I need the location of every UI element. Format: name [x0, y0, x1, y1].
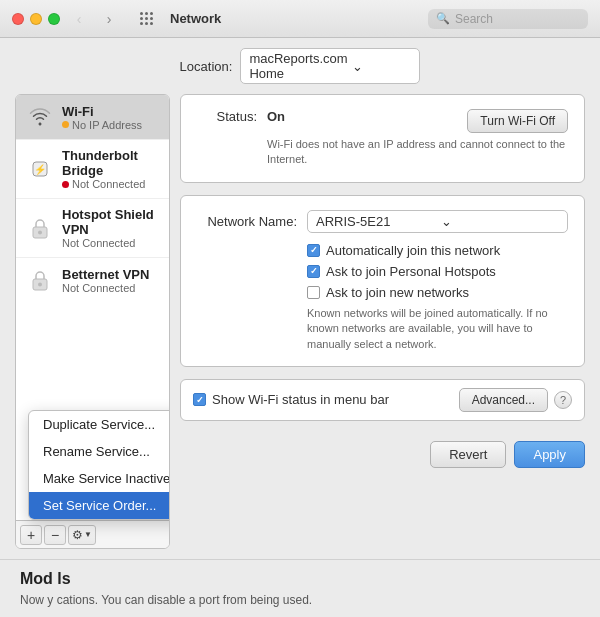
sidebar-item-wifi[interactable]: Wi-Fi No IP Address: [16, 95, 169, 140]
forward-button[interactable]: ›: [98, 8, 120, 30]
network-name-value: ARRIS-5E21: [316, 214, 437, 229]
turn-wifi-button[interactable]: Turn Wi-Fi Off: [467, 109, 568, 133]
location-value: macReports.com Home: [249, 51, 347, 81]
sidebar: Wi-Fi No IP Address ⚡: [15, 94, 170, 549]
apply-button[interactable]: Apply: [514, 441, 585, 468]
bottom-heading: Mod ls: [20, 570, 580, 588]
back-button[interactable]: ‹: [68, 8, 90, 30]
context-menu-item-order[interactable]: Set Service Order...: [29, 492, 170, 519]
wifi-menu-bar-row: Show Wi-Fi status in menu bar Advanced..…: [180, 379, 585, 421]
sidebar-item-hotspot-vpn[interactable]: Hotspot Shield VPN Not Connected: [16, 199, 169, 258]
gear-menu-button[interactable]: ⚙ ▼: [68, 525, 96, 545]
titlebar: ‹ › Network 🔍: [0, 0, 600, 38]
sidebar-item-betternet-vpn[interactable]: Betternet VPN Not Connected: [16, 258, 169, 302]
remove-service-button[interactable]: −: [44, 525, 66, 545]
checkbox-row-personal-hotspots: Ask to join Personal Hotspots: [307, 264, 568, 279]
network-name-row: Network Name: ARRIS-5E21 ⌄: [197, 210, 568, 233]
network-name-label: Network Name:: [197, 214, 297, 229]
maximize-button[interactable]: [48, 13, 60, 25]
context-menu-item-inactive[interactable]: Make Service Inactive: [29, 465, 170, 492]
chevron-down-icon: ⌄: [352, 59, 414, 74]
personal-hotspots-label: Ask to join Personal Hotspots: [326, 264, 496, 279]
context-menu-item-duplicate[interactable]: Duplicate Service...: [29, 411, 170, 438]
context-menu-item-rename[interactable]: Rename Service...: [29, 438, 170, 465]
svg-text:⚡: ⚡: [34, 163, 47, 176]
wifi-item-text: Wi-Fi No IP Address: [62, 104, 142, 131]
minimize-button[interactable]: [30, 13, 42, 25]
search-input[interactable]: [455, 12, 575, 26]
svg-point-5: [38, 283, 42, 287]
window-title: Network: [170, 11, 221, 26]
apps-grid-icon[interactable]: [140, 12, 154, 26]
hotspot-vpn-name: Hotspot Shield VPN: [62, 207, 159, 237]
wifi-icon: [26, 103, 54, 131]
wifi-status-dot: [62, 121, 69, 128]
thunderbolt-icon: ⚡: [26, 155, 54, 183]
network-chevron-icon: ⌄: [441, 214, 562, 229]
action-buttons: Revert Apply: [180, 433, 585, 468]
gear-icon: ⚙: [72, 528, 83, 542]
show-wifi-row: Show Wi-Fi status in menu bar: [193, 392, 459, 407]
gear-chevron-icon: ▼: [84, 530, 92, 539]
traffic-lights: [12, 13, 60, 25]
wifi-name: Wi-Fi: [62, 104, 142, 119]
thunderbolt-status-text: Not Connected: [72, 178, 145, 190]
thunderbolt-status-dot: [62, 181, 69, 188]
sidebar-toolbar-buttons: + − ⚙ ▼: [20, 525, 96, 545]
content-panel: Status: On Turn Wi-Fi Off Wi-Fi does not…: [180, 94, 585, 549]
network-section: Network Name: ARRIS-5E21 ⌄ Automatically…: [180, 195, 585, 367]
bottom-right-buttons: Advanced... ?: [459, 388, 572, 412]
show-wifi-label: Show Wi-Fi status in menu bar: [212, 392, 389, 407]
sidebar-item-thunderbolt[interactable]: ⚡ Thunderbolt Bridge Not Connected: [16, 140, 169, 199]
ask-new-networks-label: Ask to join new networks: [326, 285, 469, 300]
sidebar-toolbar: + − ⚙ ▼ Duplicate Service... Rename Serv…: [16, 520, 169, 548]
context-menu: Duplicate Service... Rename Service... M…: [28, 410, 170, 520]
location-dropdown[interactable]: macReports.com Home ⌄: [240, 48, 420, 84]
advanced-button[interactable]: Advanced...: [459, 388, 548, 412]
betternet-vpn-name: Betternet VPN: [62, 267, 149, 282]
checkbox-row-ask-new: Ask to join new networks: [307, 285, 568, 300]
status-section: Status: On Turn Wi-Fi Off Wi-Fi does not…: [180, 94, 585, 183]
status-description: Wi-Fi does not have an IP address and ca…: [267, 137, 568, 168]
betternet-vpn-status-text: Not Connected: [62, 282, 135, 294]
hotspot-vpn-status-text: Not Connected: [62, 237, 135, 249]
add-service-button[interactable]: +: [20, 525, 42, 545]
betternet-vpn-status: Not Connected: [62, 282, 149, 294]
search-bar[interactable]: 🔍: [428, 9, 588, 29]
hotspot-vpn-status: Not Connected: [62, 237, 159, 249]
status-row: Status: On Turn Wi-Fi Off: [197, 109, 568, 133]
betternet-lock-icon: [26, 266, 54, 294]
search-icon: 🔍: [436, 12, 450, 25]
personal-hotspots-checkbox[interactable]: [307, 265, 320, 278]
thunderbolt-status: Not Connected: [62, 178, 159, 190]
location-bar: Location: macReports.com Home ⌄: [0, 38, 600, 94]
network-note: Known networks will be joined automatica…: [307, 306, 568, 352]
checkbox-row-auto-join: Automatically join this network: [307, 243, 568, 258]
bottom-description: Now y cations. You can disable a port fr…: [20, 592, 580, 609]
status-label: Status:: [197, 109, 257, 124]
help-button[interactable]: ?: [554, 391, 572, 409]
betternet-vpn-item-text: Betternet VPN Not Connected: [62, 267, 149, 294]
panel-area: Wi-Fi No IP Address ⚡: [0, 94, 600, 559]
auto-join-label: Automatically join this network: [326, 243, 500, 258]
ask-new-networks-checkbox[interactable]: [307, 286, 320, 299]
wifi-status-text: No IP Address: [72, 119, 142, 131]
close-button[interactable]: [12, 13, 24, 25]
network-name-input[interactable]: ARRIS-5E21 ⌄: [307, 210, 568, 233]
hotspot-lock-icon: [26, 214, 54, 242]
thunderbolt-name: Thunderbolt Bridge: [62, 148, 159, 178]
wifi-status: No IP Address: [62, 119, 142, 131]
show-wifi-checkbox[interactable]: [193, 393, 206, 406]
thunderbolt-item-text: Thunderbolt Bridge Not Connected: [62, 148, 159, 190]
main-content: Location: macReports.com Home ⌄: [0, 38, 600, 617]
revert-button[interactable]: Revert: [430, 441, 506, 468]
status-value: On: [267, 109, 285, 124]
svg-point-3: [38, 231, 42, 235]
hotspot-vpn-item-text: Hotspot Shield VPN Not Connected: [62, 207, 159, 249]
bottom-text-area: Mod ls Now y cations. You can disable a …: [0, 559, 600, 617]
auto-join-checkbox[interactable]: [307, 244, 320, 257]
location-label: Location:: [180, 59, 233, 74]
